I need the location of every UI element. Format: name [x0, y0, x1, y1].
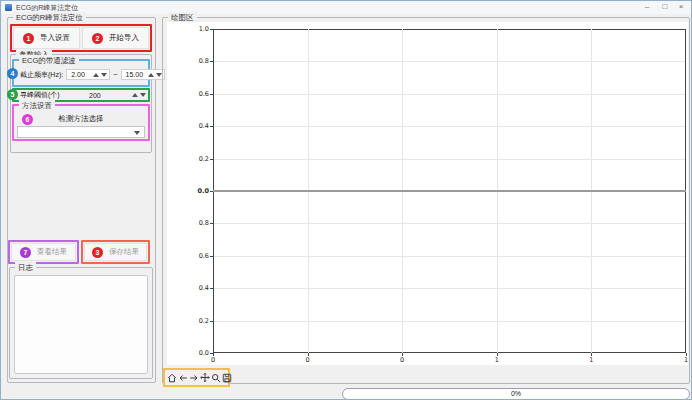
- threshold-value: 200: [60, 92, 130, 99]
- save-results-annotation-box: 3 保存结果: [81, 240, 150, 264]
- close-button[interactable]: ×: [673, 1, 689, 13]
- app-icon: [5, 4, 12, 11]
- tick-mark: [210, 191, 213, 192]
- import-settings-button[interactable]: 1 导入设置: [13, 27, 80, 49]
- gridline: [214, 126, 685, 127]
- maximize-button[interactable]: □: [657, 1, 673, 13]
- import-settings-label: 导入设置: [40, 33, 70, 43]
- save-results-label: 保存结果: [109, 247, 139, 257]
- spinner-arrows-icon[interactable]: [93, 73, 107, 77]
- y-tick-label: 0.0: [181, 187, 209, 195]
- bandpass-title: ECG的带通滤波: [19, 55, 79, 66]
- minimize-button[interactable]: –: [639, 1, 655, 13]
- y-tick-label: 0.8: [181, 219, 209, 227]
- left-panel-title: ECG的R峰算法定位: [13, 12, 86, 23]
- tick-mark: [210, 159, 213, 160]
- gridline: [214, 94, 685, 95]
- subplot-divider: [213, 190, 686, 192]
- y-tick-label: 0.2: [181, 155, 209, 163]
- x-tick-label: 0: [392, 356, 412, 364]
- bandpass-annotation-box: ECG的带通滤波 4 截止频率(Hz): 2.00 ~ 15.00: [12, 59, 150, 87]
- cutoff-label: 截止频率(Hz):: [20, 70, 63, 80]
- threshold-row: 寻峰阈值(个) 200: [20, 90, 146, 100]
- threshold-label: 寻峰阈值(个): [20, 90, 60, 100]
- plot-toolbar: [163, 368, 230, 387]
- back-icon[interactable]: [178, 372, 188, 384]
- chevron-down-icon: [134, 131, 140, 135]
- home-icon[interactable]: [167, 372, 177, 384]
- tick-mark: [686, 353, 687, 356]
- method-combobox-value: [18, 135, 21, 142]
- save-results-button[interactable]: 3 保存结果: [84, 243, 147, 261]
- log-groupbox: 日志: [9, 267, 153, 379]
- progress-text: 0%: [511, 390, 521, 397]
- high-cutoff-spinbox[interactable]: 15.00: [121, 69, 165, 80]
- tick-mark: [210, 126, 213, 127]
- spinner-arrows-icon[interactable]: [132, 93, 146, 97]
- method-select-label: 检测方法选择: [14, 114, 148, 124]
- tick-mark: [308, 353, 309, 356]
- y-tick-label: 0.4: [181, 122, 209, 130]
- x-tick-label: 1: [581, 356, 601, 364]
- view-results-button[interactable]: 7 查看结果: [11, 243, 76, 261]
- save-icon[interactable]: [222, 372, 232, 384]
- low-cutoff-spinbox[interactable]: 2.00: [66, 69, 110, 80]
- badge-3: 3: [92, 247, 103, 258]
- tick-mark: [210, 256, 213, 257]
- tick-mark: [591, 353, 592, 356]
- badge-4: 4: [7, 68, 18, 79]
- tick-mark: [210, 61, 213, 62]
- pan-icon[interactable]: [200, 372, 210, 384]
- tick-mark: [497, 353, 498, 356]
- range-separator: ~: [113, 70, 117, 79]
- gridline: [214, 223, 685, 224]
- method-annotation-box: 方法设置 6 检测方法选择: [12, 104, 150, 141]
- method-title: 方法设置: [19, 100, 55, 111]
- log-title: 日志: [15, 262, 36, 273]
- gridline: [214, 256, 685, 257]
- y-tick-label: 1.0: [181, 25, 209, 33]
- app-window: ECG的R峰算法定位 – □ × ECG的R峰算法定位 1 导入设置 2 开始导…: [0, 0, 692, 400]
- progress-bar: 0%: [342, 388, 690, 400]
- method-combobox[interactable]: [17, 126, 145, 138]
- x-tick-label: 1: [676, 356, 692, 364]
- y-tick-label: 0.6: [181, 90, 209, 98]
- subplot-frame: [213, 29, 686, 191]
- plot-axes[interactable]: 1.00.80.60.40.20.00.80.60.40.20.0000111: [213, 29, 686, 353]
- import-annotation-box: 1 导入设置 2 开始导入: [10, 24, 152, 52]
- cutoff-row: 截止频率(Hz): 2.00 ~ 15.00: [20, 69, 146, 80]
- x-tick-label: 1: [487, 356, 507, 364]
- tick-mark: [210, 29, 213, 30]
- tick-mark: [402, 353, 403, 356]
- y-tick-label: 0.8: [181, 57, 209, 65]
- badge-5: 5: [7, 89, 18, 100]
- x-tick-label: 0: [298, 356, 318, 364]
- high-cutoff-value: 15.00: [124, 71, 146, 78]
- start-import-label: 开始导入: [109, 33, 139, 43]
- badge-1: 1: [23, 33, 34, 44]
- gridline: [214, 159, 685, 160]
- gridline: [214, 321, 685, 322]
- spinner-arrows-icon[interactable]: [148, 73, 162, 77]
- start-import-button[interactable]: 2 开始导入: [82, 27, 149, 49]
- subplot-frame: [213, 191, 686, 353]
- zoom-icon[interactable]: [211, 372, 221, 384]
- tick-mark: [213, 353, 214, 356]
- low-cutoff-value: 2.00: [69, 71, 91, 78]
- tick-mark: [210, 94, 213, 95]
- log-textarea[interactable]: [14, 275, 148, 374]
- tick-mark: [210, 321, 213, 322]
- view-results-label: 查看结果: [37, 247, 67, 257]
- view-results-annotation-box: 7 查看结果: [8, 240, 79, 264]
- y-tick-label: 0.4: [181, 284, 209, 292]
- forward-icon[interactable]: [189, 372, 199, 384]
- y-tick-label: 0.6: [181, 252, 209, 260]
- gridline: [214, 288, 685, 289]
- titlebar: ECG的R峰算法定位 – □ ×: [1, 1, 691, 14]
- tick-mark: [210, 223, 213, 224]
- gridline: [214, 61, 685, 62]
- y-tick-label: 0.2: [181, 317, 209, 325]
- badge-2: 2: [92, 33, 103, 44]
- x-tick-label: 0: [203, 356, 223, 364]
- tick-mark: [210, 288, 213, 289]
